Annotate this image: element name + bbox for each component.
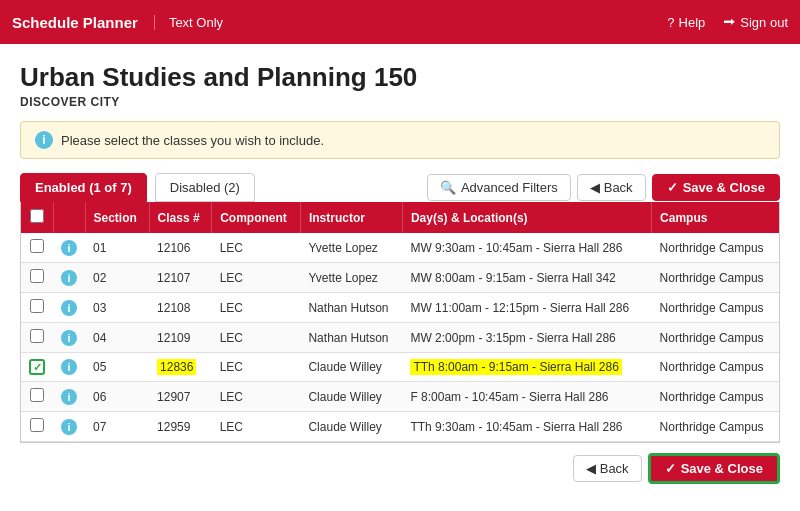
app-logo: Schedule Planner [12,14,138,31]
row-checkbox[interactable] [30,418,44,432]
row-checkbox-cell [21,293,53,323]
row-checkbox-cell: ✓ [21,353,53,382]
courses-table-wrapper: Section Class # Component Instructor Day… [20,202,780,443]
save-close-button[interactable]: ✓ Save & Close [652,174,780,201]
bottom-back-icon: ◀ [586,461,596,476]
header-info [53,202,85,233]
row-component: LEC [212,353,301,382]
row-checkbox-cell [21,233,53,263]
row-component: LEC [212,233,301,263]
row-info-cell: i [53,233,85,263]
row-campus: Northridge Campus [652,382,779,412]
row-days-location: MW 8:00am - 9:15am - Sierra Hall 342 [402,263,651,293]
row-class-num: 12106 [149,233,212,263]
row-instructor: Nathan Hutson [300,293,402,323]
table-row: i0412109LECNathan HutsonMW 2:00pm - 3:15… [21,323,779,353]
row-checkbox[interactable] [30,299,44,313]
table-header-row: Section Class # Component Instructor Day… [21,202,779,233]
help-icon: ? [667,15,674,30]
row-info-icon[interactable]: i [61,240,77,256]
header-component: Component [212,202,301,233]
row-days-location: MW 9:30am - 10:45am - Sierra Hall 286 [402,233,651,263]
row-section: 05 [85,353,149,382]
page-title: Urban Studies and Planning 150 [20,62,780,93]
row-class-num: 12907 [149,382,212,412]
header-checkbox-cell [21,202,53,233]
info-box: i Please select the classes you wish to … [20,121,780,159]
back-button[interactable]: ◀ Back [577,174,646,201]
bottom-back-button[interactable]: ◀ Back [573,455,642,482]
header-right: ? Help ⮕ Sign out [667,15,788,30]
row-info-cell: i [53,293,85,323]
table-row: i0612907LECClaude WilleyF 8:00am - 10:45… [21,382,779,412]
row-campus: Northridge Campus [652,323,779,353]
row-info-cell: i [53,323,85,353]
row-days-location: TTh 8:00am - 9:15am - Sierra Hall 286 [402,353,651,382]
row-campus: Northridge Campus [652,263,779,293]
select-all-checkbox[interactable] [30,209,44,223]
row-instructor: Claude Willey [300,412,402,442]
row-checkbox-cell [21,412,53,442]
bottom-checkmark-icon: ✓ [665,461,676,476]
row-days-location: MW 2:00pm - 3:15pm - Sierra Hall 286 [402,323,651,353]
row-checkbox[interactable] [30,388,44,402]
table-row: i0212107LECYvette LopezMW 8:00am - 9:15a… [21,263,779,293]
checkmark-icon: ✓ [667,180,678,195]
back-icon: ◀ [590,180,600,195]
table-row: i0312108LECNathan HutsonMW 11:00am - 12:… [21,293,779,323]
row-section: 01 [85,233,149,263]
row-component: LEC [212,293,301,323]
row-class-num: 12107 [149,263,212,293]
row-info-cell: i [53,412,85,442]
row-campus: Northridge Campus [652,412,779,442]
signout-link[interactable]: ⮕ Sign out [723,15,788,30]
row-section: 04 [85,323,149,353]
row-info-icon[interactable]: i [61,300,77,316]
signout-icon: ⮕ [723,15,736,30]
info-message: Please select the classes you wish to in… [61,133,324,148]
text-only-link[interactable]: Text Only [154,15,223,30]
header: Schedule Planner Text Only ? Help ⮕ Sign… [0,0,800,44]
row-component: LEC [212,412,301,442]
row-info-cell: i [53,382,85,412]
row-info-icon[interactable]: i [61,389,77,405]
bottom-save-close-button[interactable]: ✓ Save & Close [648,453,780,484]
row-checkbox[interactable] [30,269,44,283]
bottom-toolbar: ◀ Back ✓ Save & Close [20,443,780,488]
toolbar: Enabled (1 of 7) Disabled (2) 🔍 Advanced… [20,173,780,202]
row-info-icon[interactable]: i [61,359,77,375]
advanced-filters-button[interactable]: 🔍 Advanced Filters [427,174,571,201]
page-subtitle: DISCOVER CITY [20,95,780,109]
row-info-icon[interactable]: i [61,419,77,435]
row-info-cell: i [53,353,85,382]
table-row: ✓i0512836LECClaude WilleyTTh 8:00am - 9:… [21,353,779,382]
row-instructor: Yvette Lopez [300,263,402,293]
adv-filters-icon: 🔍 [440,180,456,195]
row-info-icon[interactable]: i [61,330,77,346]
row-info-cell: i [53,263,85,293]
row-days-location: TTh 9:30am - 10:45am - Sierra Hall 286 [402,412,651,442]
tab-disabled[interactable]: Disabled (2) [155,173,255,202]
row-class-num: 12108 [149,293,212,323]
row-checkbox[interactable] [30,329,44,343]
row-instructor: Claude Willey [300,382,402,412]
tab-enabled[interactable]: Enabled (1 of 7) [20,173,147,202]
row-campus: Northridge Campus [652,233,779,263]
row-checkbox-checked[interactable]: ✓ [29,359,45,375]
row-component: LEC [212,263,301,293]
info-icon: i [35,131,53,149]
row-days-location: MW 11:00am - 12:15pm - Sierra Hall 286 [402,293,651,323]
row-instructor: Claude Willey [300,353,402,382]
row-section: 07 [85,412,149,442]
table-row: i0112106LECYvette LopezMW 9:30am - 10:45… [21,233,779,263]
row-checkbox-cell [21,263,53,293]
row-class-num: 12109 [149,323,212,353]
row-info-icon[interactable]: i [61,270,77,286]
row-instructor: Nathan Hutson [300,323,402,353]
row-class-num: 12836 [149,353,212,382]
row-component: LEC [212,382,301,412]
row-checkbox[interactable] [30,239,44,253]
header-section: Section [85,202,149,233]
help-link[interactable]: ? Help [667,15,705,30]
row-section: 06 [85,382,149,412]
